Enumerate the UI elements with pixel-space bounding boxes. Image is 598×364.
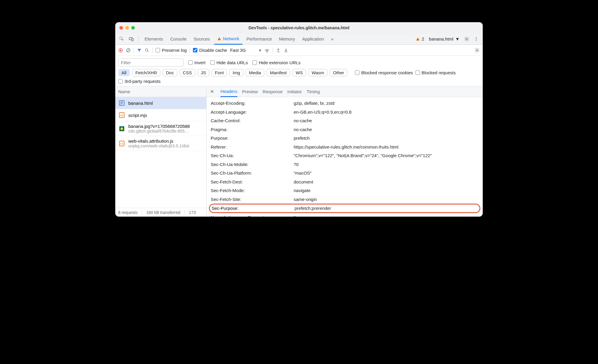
headers-list: Accept-Encoding:gzip, deflate, br, zstdA… [207,97,483,217]
close-detail-button[interactable]: ✕ [210,89,216,94]
request-domain: unpkg.com/web-vitals@3.5.1/dist [128,144,189,148]
filter-pill-css[interactable]: CSS [180,69,195,76]
header-name: Sec-Fetch-Dest: [211,178,294,186]
request-list-pane: Name banana.html<> script.mjs banana.jpg… [115,86,207,217]
header-row: Sec-Fetch-Dest:document [207,178,483,186]
tab-headers[interactable]: Headers [220,86,237,97]
request-list: banana.html<> script.mjs banana.jpg?v=17… [115,97,206,208]
request-detail-pane: ✕ Headers Preview Response Initiator Tim… [207,86,483,217]
header-name: Referer: [211,143,294,151]
tab-application[interactable]: Application [299,33,327,45]
search-icon[interactable] [145,48,149,53]
settings-icon[interactable] [463,35,471,43]
tab-console[interactable]: Console [167,33,190,45]
header-value: no-cache [294,117,479,125]
chevron-down-icon: ▼ [455,36,460,41]
blocked-cookies-checkbox[interactable]: Blocked response cookies [355,70,413,75]
titlebar: DevTools - speculative-rules.glitch.me/b… [115,22,483,33]
header-row: Sec-Purpose:prefetch;prerender [209,204,480,213]
filter-pill-js[interactable]: JS [198,69,210,76]
network-conditions-icon[interactable] [264,48,270,53]
hide-extension-urls-checkbox[interactable]: Hide extension URLs [252,60,300,65]
network-settings-icon[interactable] [474,48,480,53]
file-icon: <> [118,112,125,119]
request-row[interactable]: banana.html [115,97,206,109]
tab-elements[interactable]: Elements [142,33,166,45]
chevron-down-icon: ▾ [259,48,261,53]
close-window-button[interactable] [119,26,123,30]
filter-bar: Invert Hide data URLs Hide extension URL… [115,56,483,86]
filter-pill-wasm[interactable]: Wasm [308,69,327,76]
context-selector[interactable]: banana.html ▼ [427,36,461,41]
clear-button[interactable] [126,48,131,53]
throttling-select[interactable]: Fast 3G ▾ [230,48,261,53]
tab-memory[interactable]: Memory [276,33,298,45]
export-har-icon[interactable] [276,48,281,53]
tab-network[interactable]: Network [214,33,242,45]
filter-pill-doc[interactable]: Doc [163,69,177,76]
hide-data-urls-checkbox[interactable]: Hide data URLs [210,60,248,65]
invert-checkbox[interactable]: Invert [188,60,206,65]
header-name: Sec-Ch-Ua-Platform: [211,169,294,177]
preserve-log-checkbox[interactable]: Preserve log [156,48,187,53]
devtools-window: DevTools - speculative-rules.glitch.me/b… [115,22,483,217]
device-toggle-icon[interactable] [127,35,135,43]
header-name: Cache-Control: [211,117,294,125]
header-value: https://speculative-rules.glitch.me/comm… [294,143,479,151]
tab-initiator[interactable]: Initiator [287,86,302,97]
filter-pill-font[interactable]: Font [212,69,227,76]
warning-icon [217,37,221,41]
tab-preview[interactable]: Preview [242,86,258,97]
filter-input[interactable] [118,58,183,67]
tab-performance[interactable]: Performance [244,33,275,45]
minimize-window-button[interactable] [125,26,129,30]
tab-response[interactable]: Response [263,86,283,97]
header-name: Accept-Encoding: [211,99,294,107]
request-name: web-vitals.attribution.js [128,138,189,144]
file-icon [118,99,125,107]
disable-cache-checkbox[interactable]: Disable cache [193,48,227,53]
file-icon [118,125,125,132]
kebab-icon[interactable] [472,35,480,43]
third-party-checkbox[interactable]: 3rd-party requests [118,79,161,84]
request-row[interactable]: <> script.mjs [115,109,206,121]
svg-point-11 [145,49,148,51]
header-value: navigate [294,187,479,194]
issues-indicator[interactable]: 2 [414,36,426,41]
filter-pill-img[interactable]: Img [229,69,243,76]
network-toolbar: Preserve log Disable cache Fast 3G ▾ [115,45,483,56]
filter-pill-all[interactable]: All [118,69,130,76]
request-row[interactable]: <> web-vitals.attribution.jsunpkg.com/we… [115,136,206,151]
name-column-header[interactable]: Name [115,86,206,97]
svg-rect-2 [132,38,133,41]
header-value: gzip, deflate, br, zstd [294,99,479,107]
maximize-window-button[interactable] [131,26,135,30]
filter-pill-media[interactable]: Media [246,69,264,76]
filter-pill-ws[interactable]: WS [292,69,306,76]
import-har-icon[interactable] [284,48,288,53]
preserve-log-input[interactable] [156,48,160,52]
preserve-log-label: Preserve log [162,48,187,53]
header-row: Accept-Language:en-GB,en-US;q=0.9,en;q=0… [207,108,483,117]
filter-pill-other[interactable]: Other [330,69,348,76]
header-name: Sec-Ch-Ua-Mobile: [211,161,294,168]
tab-sources[interactable]: Sources [191,33,213,45]
disable-cache-input[interactable] [193,48,197,52]
request-row[interactable]: banana.jpg?v=1705668720588cdn.glitch.glo… [115,121,206,136]
filter-pill-manifest[interactable]: Manifest [267,69,290,76]
header-row: Sec-Ch-Ua:"Chromium";v="122", "Not(A:Bra… [207,151,483,160]
header-value: same-origin [294,196,479,203]
blocked-requests-checkbox[interactable]: Blocked requests [415,70,456,75]
header-value: 1 [294,214,479,217]
tab-timing[interactable]: Timing [307,86,320,97]
inspect-icon[interactable] [118,35,126,43]
header-row: Sec-Ch-Ua-Platform:"macOS" [207,169,483,178]
header-name: Pragma: [211,126,294,133]
record-button[interactable] [118,48,123,53]
window-title: DevTools - speculative-rules.glitch.me/b… [115,25,483,30]
filter-pill-fetchxhr[interactable]: Fetch/XHR [132,69,160,76]
tab-more[interactable]: » [328,33,336,45]
header-name: Accept-Language: [211,108,294,116]
filter-icon[interactable] [137,48,142,53]
request-name: banana.jpg?v=1705668720588 [128,124,190,129]
